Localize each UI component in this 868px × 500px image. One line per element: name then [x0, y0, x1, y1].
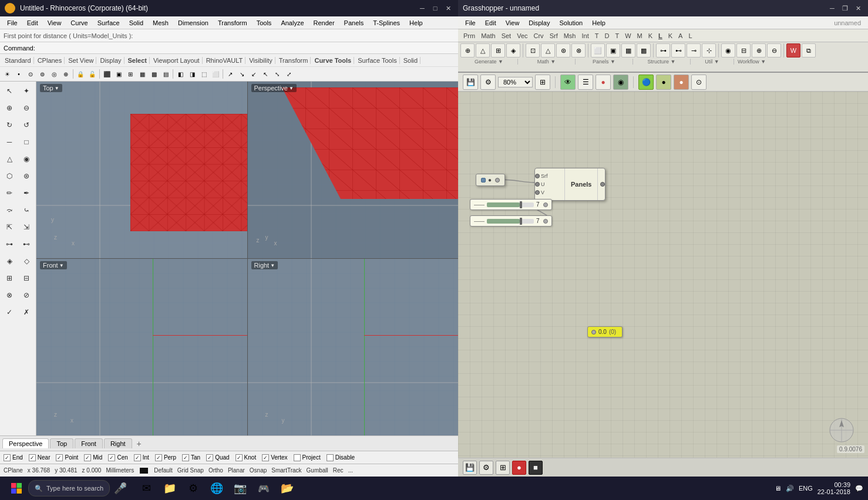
gh-btn-gen4[interactable]: ◈ — [506, 43, 520, 58]
menu-help[interactable]: Help — [405, 18, 428, 28]
osnap-knot[interactable]: Knot — [235, 454, 257, 461]
tb-icon-g4[interactable]: ▦ — [136, 68, 148, 80]
taskbar-app-browser[interactable]: 🌐 — [206, 478, 227, 499]
status-smarttrack[interactable]: SmartTrack — [271, 467, 301, 474]
gh-bottom-btn2[interactable]: ⚙ — [479, 461, 493, 475]
gh-number-node[interactable]: 0.0 (0) — [587, 326, 623, 337]
status-planar[interactable]: Planar — [228, 467, 245, 474]
gh-btn-math1[interactable]: ⊡ — [526, 43, 540, 58]
gh-cat-k[interactable]: K — [645, 32, 655, 39]
left-tb-tool2[interactable]: ⊖ — [18, 100, 35, 116]
left-tb-tool11[interactable]: ✏ — [1, 185, 18, 201]
left-tb-tool25[interactable]: ✓ — [1, 304, 18, 320]
tb-icon-g5[interactable]: ▩ — [148, 68, 160, 80]
left-tb-tool26[interactable]: ✗ — [18, 304, 35, 320]
gh-cat-srf[interactable]: Srf — [547, 32, 561, 39]
gh-cat-vec[interactable]: Vec — [514, 32, 530, 39]
gh-canvas[interactable]: ● Srf U V — [458, 92, 868, 458]
vp-tab-perspective[interactable]: Perspective — [2, 438, 49, 448]
vp-tab-front[interactable]: Front — [75, 438, 103, 448]
gh-btn-color1[interactable]: 🔵 — [638, 75, 654, 90]
menu-file[interactable]: File — [2, 18, 22, 28]
gh-btn-panel4[interactable]: ▩ — [637, 43, 651, 58]
left-tb-tool5[interactable]: ─ — [1, 134, 18, 150]
tb-icon-g3[interactable]: ⊞ — [125, 68, 136, 80]
gh-menu-help[interactable]: Help — [587, 18, 610, 28]
taskbar-app-folder[interactable]: 📁 — [159, 478, 180, 499]
gh-btn-gen2[interactable]: △ — [476, 43, 490, 58]
status-grid-snap[interactable]: Grid Snap — [177, 467, 204, 474]
gh-btn-struct1[interactable]: ⊶ — [656, 43, 670, 58]
rhino-minimize-btn[interactable]: ─ — [417, 3, 428, 13]
gh-bottom-btn3[interactable]: ⊞ — [496, 461, 510, 475]
gh-btn-math2[interactable]: △ — [541, 43, 555, 58]
left-tb-tool24[interactable]: ⊘ — [18, 287, 35, 303]
gh-cat-l[interactable]: L — [655, 32, 665, 39]
gh-btn-fit[interactable]: ⊞ — [535, 75, 550, 90]
gh-btn-preview2[interactable]: ☰ — [578, 75, 593, 90]
osnap-end[interactable]: End — [4, 454, 23, 461]
taskbar-cortana-btn[interactable]: 🎤 — [110, 478, 131, 499]
taskbar-app-game[interactable]: 🎮 — [253, 478, 274, 499]
gh-btn-settings[interactable]: ⚙ — [480, 75, 496, 90]
left-tb-tool10[interactable]: ⊛ — [18, 168, 35, 184]
viewport-front-label[interactable]: Front ▼ — [40, 261, 67, 269]
menu-panels[interactable]: Panels — [339, 18, 369, 28]
menu-solid[interactable]: Solid — [125, 18, 148, 28]
left-tb-tool9[interactable]: ⬡ — [1, 168, 18, 184]
tb-icon-r4[interactable]: ⊕ — [60, 68, 72, 80]
tb-icon-r2[interactable]: ⊚ — [36, 68, 48, 80]
left-tb-select[interactable]: ↖ — [1, 83, 18, 99]
tb-icon-point[interactable]: • — [13, 68, 25, 80]
gh-btn-gen3[interactable]: ⊞ — [491, 43, 505, 58]
gh-btn-util2[interactable]: ⊟ — [736, 43, 751, 58]
gh-cat-crv[interactable]: Crv — [531, 32, 547, 39]
left-tb-tool13[interactable]: ⤼ — [1, 202, 18, 218]
left-tb-tool19[interactable]: ◈ — [1, 253, 18, 269]
left-tb-tool22[interactable]: ⊟ — [18, 270, 35, 286]
tb-icon-h3[interactable]: ⬚ — [198, 68, 210, 80]
tb-select[interactable]: Select — [126, 57, 150, 64]
viewport-perspective-label[interactable]: Perspective ▼ — [251, 84, 297, 92]
gh-cat-set[interactable]: Set — [499, 32, 514, 39]
gh-btn-struct3[interactable]: ⊸ — [687, 43, 701, 58]
taskbar-app-files[interactable]: 📂 — [277, 478, 298, 499]
menu-dimension[interactable]: Dimension — [173, 18, 213, 28]
rhino-maximize-btn[interactable]: □ — [430, 3, 440, 13]
tb-curve-tools[interactable]: Curve Tools — [312, 57, 354, 64]
gh-btn-color4[interactable]: ⊙ — [691, 75, 706, 90]
osnap-quad[interactable]: Quad — [206, 454, 229, 461]
gh-minimize-btn[interactable]: ─ — [827, 3, 837, 13]
taskbar-notification-icon[interactable]: 💬 — [855, 485, 863, 492]
gh-cat-int[interactable]: Int — [578, 32, 591, 39]
gh-bottom-btn1[interactable]: 💾 — [463, 461, 477, 475]
left-tb-tool15[interactable]: ⇱ — [1, 219, 18, 235]
tb-icon-r3[interactable]: ◎ — [48, 68, 60, 80]
gh-cat-t1[interactable]: T — [592, 32, 602, 39]
tb-setview[interactable]: Set View — [66, 57, 96, 64]
menu-curve[interactable]: Curve — [66, 18, 92, 28]
taskbar-start-btn[interactable] — [5, 479, 28, 498]
gh-cat-d[interactable]: D — [601, 32, 612, 39]
menu-transform[interactable]: Transform — [213, 18, 252, 28]
vp-tab-right[interactable]: Right — [104, 438, 132, 448]
menu-analyze[interactable]: Analyze — [276, 18, 308, 28]
taskbar-search[interactable]: 🔍 Type here to search — [28, 480, 110, 496]
gh-cat-w[interactable]: W — [622, 32, 634, 39]
tb-surface-tools[interactable]: Surface Tools — [355, 57, 399, 64]
tb-icon-h2[interactable]: ◨ — [186, 68, 198, 80]
osnap-int[interactable]: Int — [134, 454, 149, 461]
gh-cat-k2[interactable]: K — [665, 32, 675, 39]
gh-bottom-btn5[interactable]: ■ — [529, 461, 543, 475]
viewport-top-label[interactable]: Top ▼ — [40, 84, 62, 92]
osnap-disable[interactable]: Disable — [327, 454, 355, 461]
gh-cat-m[interactable]: M — [634, 32, 645, 39]
gh-restore-btn[interactable]: ❐ — [840, 3, 850, 13]
status-osnap[interactable]: Osnap — [250, 467, 267, 474]
menu-tools[interactable]: Tools — [252, 18, 277, 28]
vp-tab-top[interactable]: Top — [50, 438, 73, 448]
osnap-vertex[interactable]: Vertex — [262, 454, 287, 461]
gh-btn-wf2[interactable]: ⧉ — [802, 43, 816, 58]
gh-toggle-node[interactable]: ● — [476, 174, 505, 186]
gh-menu-edit[interactable]: Edit — [480, 18, 501, 28]
